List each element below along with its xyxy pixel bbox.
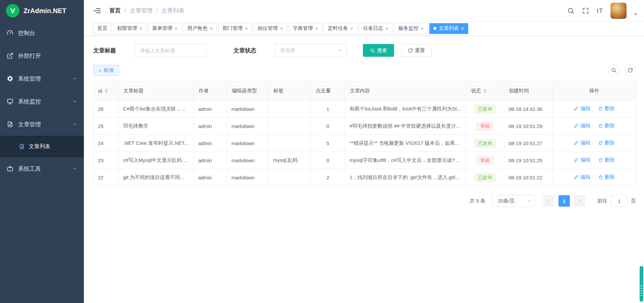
delete-button[interactable]: 删除 <box>598 174 615 180</box>
reset-button[interactable]: 重置 <box>401 44 431 57</box>
document-icon <box>19 143 25 149</box>
trash-icon <box>598 158 603 163</box>
cell-title: git 为不同的项目设置不同... <box>119 169 194 186</box>
page-number-button[interactable]: 1 <box>558 195 570 207</box>
page-size-select[interactable]: 20条/页 <box>492 195 535 207</box>
sidebar-item-system-monitoring[interactable]: 系统监控 <box>0 90 84 113</box>
sidebar-item-system-management[interactable]: 系统管理 <box>0 67 84 90</box>
cell-clicks: 0 <box>311 152 345 169</box>
tab[interactable]: 权限管理 × <box>113 23 147 34</box>
sort-icon[interactable] <box>483 87 487 95</box>
refresh-icon <box>628 68 633 73</box>
edit-button[interactable]: 编辑 <box>574 105 590 112</box>
article-status-select[interactable]: 请选择 <box>275 44 347 57</box>
tab[interactable]: 字典管理 × <box>289 23 322 34</box>
cell-actions: 编辑 删除 <box>553 169 636 186</box>
articles-table: id 文章标题 作者 编辑器类型 标签 点击量 文章内容 状态 <box>93 81 636 186</box>
cell-clicks: 5 <box>311 135 345 152</box>
cell-tags: mysql,乱码 <box>269 152 311 169</box>
tab-close-icon[interactable]: × <box>385 26 388 31</box>
sidebar-collapse-icon[interactable] <box>93 7 101 15</box>
goto-page-input[interactable] <box>611 195 628 207</box>
delete-button-label: 删除 <box>605 140 615 146</box>
tab-close-icon[interactable]: × <box>140 26 143 31</box>
font-size-icon[interactable]: tT <box>597 7 603 14</box>
sidebar-item-label: 系统监控 <box>18 98 41 105</box>
sidebar-item-system-tools[interactable]: 系统工具 <box>0 157 84 180</box>
column-header-id[interactable]: id <box>94 82 119 100</box>
cell-title: c#写入Mysql中文显示乱码 ... <box>119 152 194 169</box>
tab[interactable]: 菜单管理 × <box>148 23 182 34</box>
tab-close-icon[interactable]: × <box>461 26 464 31</box>
delete-button[interactable]: 删除 <box>598 105 615 112</box>
tab[interactable]: 岗位管理 × <box>254 23 287 34</box>
sidebar-item-article-management[interactable]: 文章管理 <box>0 113 84 136</box>
toggle-search-button[interactable] <box>608 64 620 76</box>
tab[interactable]: 用户角色 × <box>183 23 217 34</box>
tab-close-icon[interactable]: × <box>351 26 354 31</box>
sidebar-item-dashboard[interactable]: 控制台 <box>0 21 84 44</box>
edit-button[interactable]: 编辑 <box>574 140 590 146</box>
delete-button-label: 删除 <box>605 174 615 180</box>
top-bar-actions: tT <box>567 3 637 19</box>
tab-close-icon[interactable]: × <box>421 26 424 31</box>
breadcrumb-item-article-management[interactable]: 文章管理 <box>130 7 153 14</box>
goto-unit: 页 <box>631 198 636 204</box>
search-icon[interactable] <box>567 7 575 14</box>
tab[interactable]: 定时任务 × <box>324 23 358 34</box>
table-header: id 文章标题 作者 编辑器类型 标签 点击量 文章内容 状态 <box>94 82 636 100</box>
dashboard-icon <box>7 30 13 36</box>
cell-status: 草稿 <box>466 118 504 135</box>
column-header-status[interactable]: 状态 <box>466 82 504 100</box>
sidebar-item-label: 文章管理 <box>18 121 41 128</box>
prev-page-button[interactable] <box>543 195 554 207</box>
trash-icon <box>598 140 603 145</box>
tab[interactable]: 任务日志 × <box>359 23 392 34</box>
top-bar: 首页 / 文章管理 / 文章列表 tT <box>84 0 644 21</box>
delete-button[interactable]: 删除 <box>598 157 615 163</box>
trash-icon <box>598 123 603 128</box>
plus-icon: + <box>99 68 102 73</box>
tab-label: 字典管理 <box>293 25 313 32</box>
fullscreen-icon[interactable] <box>582 7 589 14</box>
cell-actions: 编辑 删除 <box>553 100 636 118</box>
cell-created-at: 08-19 10:51:22 <box>504 169 553 186</box>
add-button-label: 新增 <box>104 67 114 74</box>
delete-button[interactable]: 删除 <box>598 123 615 129</box>
article-title-input[interactable] <box>135 44 207 57</box>
sidebar-item-external-open[interactable]: 外部打开 <box>0 44 84 67</box>
tab-close-icon[interactable]: × <box>315 26 318 31</box>
refresh-table-button[interactable] <box>625 64 636 76</box>
edit-button[interactable]: 编辑 <box>574 123 590 129</box>
next-page-button[interactable] <box>574 195 585 207</box>
user-menu-caret-icon[interactable] <box>634 13 637 17</box>
search-button[interactable]: 搜索 <box>363 44 394 57</box>
edit-button[interactable]: 编辑 <box>574 157 590 163</box>
user-avatar[interactable] <box>610 3 627 19</box>
tab[interactable]: 首页 <box>93 23 111 34</box>
tab[interactable]: 文章列表 × <box>429 23 468 34</box>
tab-close-icon[interactable]: × <box>210 26 213 31</box>
cell-actions: 编辑 删除 <box>553 135 636 152</box>
tab-label: 菜单管理 <box>152 25 172 32</box>
tab-label: 部门管理 <box>222 25 243 32</box>
tab-close-icon[interactable]: × <box>175 26 178 31</box>
sidebar-item-article-list[interactable]: 文章列表 <box>0 136 84 157</box>
article-title-label: 文章标题 <box>93 47 116 54</box>
column-header-title: 文章标题 <box>119 82 194 100</box>
column-header-created-at: 创建时间 <box>504 82 553 100</box>
tab-label: 权限管理 <box>117 25 137 32</box>
external-link-icon <box>7 52 13 59</box>
tab-label: 首页 <box>97 25 107 32</box>
scroll-indicator[interactable] <box>640 266 643 302</box>
edit-button[interactable]: 编辑 <box>574 174 590 180</box>
tab[interactable]: 服务监控 × <box>394 23 428 34</box>
add-button[interactable]: + 新增 <box>93 65 119 76</box>
delete-button[interactable]: 删除 <box>598 140 615 146</box>
breadcrumb-item-home[interactable]: 首页 <box>109 7 121 14</box>
sort-icon[interactable] <box>105 87 108 95</box>
tab[interactable]: 部门管理 × <box>218 23 252 34</box>
table-row: 23 c#写入Mysql中文显示乱码 ... admin markdown my… <box>94 152 636 169</box>
tab-close-icon[interactable]: × <box>280 26 283 31</box>
tab-close-icon[interactable]: × <box>245 26 248 31</box>
